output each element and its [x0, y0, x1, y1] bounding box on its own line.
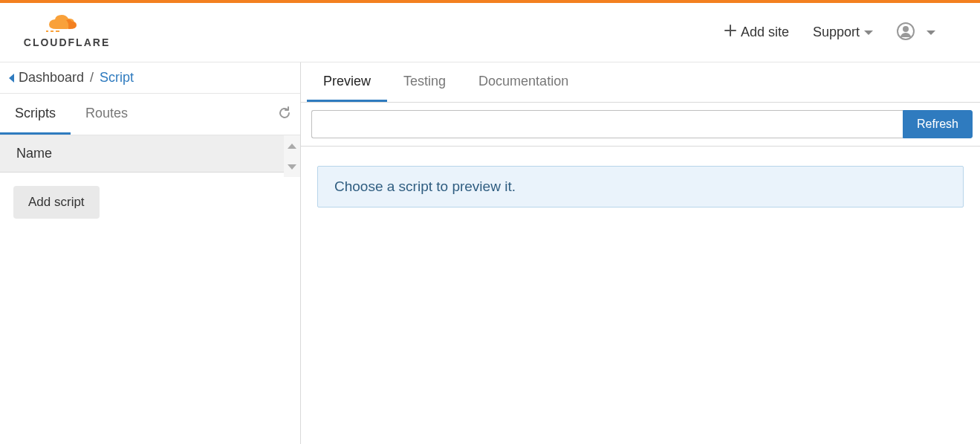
info-banner: Choose a script to preview it.: [317, 166, 964, 207]
table-header-name: Name: [0, 135, 300, 173]
breadcrumb-script[interactable]: Script: [100, 70, 134, 86]
chevron-left-icon[interactable]: [9, 74, 14, 83]
content-tabs: Preview Testing Documentation: [301, 62, 980, 103]
main-layout: Dashboard / Script Scripts Routes Name A…: [0, 62, 980, 444]
tab-documentation[interactable]: Documentation: [462, 62, 585, 102]
breadcrumb-separator: /: [90, 70, 94, 86]
chevron-down-icon: [864, 30, 873, 35]
support-label: Support: [813, 25, 860, 40]
tab-preview[interactable]: Preview: [307, 62, 387, 102]
sidebar: Dashboard / Script Scripts Routes Name A…: [0, 62, 301, 444]
svg-rect-1: [51, 30, 53, 32]
url-bar-row: Refresh: [301, 103, 980, 147]
svg-point-5: [903, 26, 909, 32]
info-area: Choose a script to preview it.: [301, 147, 980, 227]
add-script-button[interactable]: Add script: [13, 186, 100, 219]
breadcrumb: Dashboard / Script: [0, 62, 300, 94]
plus-icon: [724, 25, 736, 40]
svg-rect-2: [56, 30, 59, 32]
header-right: Add site Support: [724, 22, 965, 42]
scroll-down-button[interactable]: [284, 156, 300, 177]
logo-area: CLOUDFLARE: [15, 14, 119, 51]
preview-url-input[interactable]: [311, 110, 903, 138]
svg-rect-0: [46, 30, 48, 32]
triangle-down-icon: [288, 164, 296, 170]
add-site-label: Add site: [741, 25, 789, 40]
support-menu[interactable]: Support: [813, 25, 873, 40]
scripts-table: Name: [0, 135, 300, 173]
svg-text:CLOUDFLARE: CLOUDFLARE: [24, 36, 110, 48]
chevron-down-icon: [927, 30, 935, 35]
sidebar-tabs-row: Scripts Routes: [0, 94, 300, 135]
refresh-button[interactable]: Refresh: [903, 110, 973, 138]
scroll-up-button[interactable]: [284, 135, 300, 156]
breadcrumb-dashboard[interactable]: Dashboard: [19, 70, 84, 86]
add-script-wrap: Add script: [0, 173, 300, 232]
user-icon: [897, 22, 915, 42]
content-area: Preview Testing Documentation Refresh Ch…: [301, 62, 980, 444]
cloudflare-logo[interactable]: CLOUDFLARE: [15, 14, 119, 51]
triangle-up-icon: [288, 144, 296, 149]
table-scroll-arrows: [284, 135, 300, 177]
add-site-button[interactable]: Add site: [724, 25, 789, 40]
account-menu[interactable]: [897, 22, 935, 42]
tab-scripts[interactable]: Scripts: [0, 94, 71, 135]
top-header: CLOUDFLARE Add site Support: [0, 3, 980, 62]
reload-icon[interactable]: [278, 106, 291, 122]
sidebar-tabs: Scripts Routes: [0, 94, 143, 135]
tab-routes[interactable]: Routes: [71, 94, 143, 135]
tab-testing[interactable]: Testing: [387, 62, 462, 102]
